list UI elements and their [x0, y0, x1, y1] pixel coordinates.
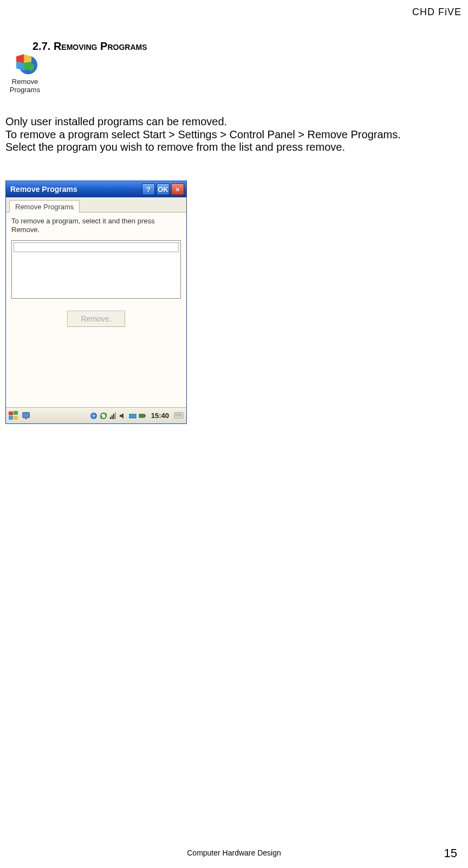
page-number: 15 [444, 846, 457, 860]
remove-programs-globe-icon [12, 51, 38, 77]
svg-rect-18 [176, 414, 177, 415]
svg-rect-24 [179, 415, 180, 416]
svg-rect-7 [23, 412, 30, 417]
svg-rect-10 [110, 417, 111, 419]
system-tray [89, 412, 147, 420]
close-button[interactable]: × [171, 183, 184, 195]
svg-rect-20 [179, 414, 180, 415]
paragraph-1: Only user installed programs can be remo… [5, 115, 457, 128]
sip-icon[interactable] [173, 410, 184, 421]
help-button[interactable]: ? [142, 183, 155, 195]
body-text: Only user installed programs can be remo… [5, 115, 457, 154]
tabstrip: Remove Programs [6, 197, 186, 213]
dialog-titlebar: Remove Programs ? OK × [6, 181, 186, 197]
sync-icon[interactable] [99, 412, 108, 420]
svg-rect-13 [115, 412, 116, 419]
remove-button[interactable]: Remove. [67, 311, 125, 327]
svg-rect-3 [9, 412, 13, 415]
svg-rect-25 [180, 415, 181, 416]
volume-icon[interactable] [119, 412, 127, 420]
battery-icon[interactable] [138, 412, 147, 420]
svg-rect-5 [9, 416, 13, 420]
signal-icon[interactable] [109, 412, 118, 420]
icon-caption-line1: Remove [5, 78, 44, 86]
svg-rect-12 [113, 414, 114, 419]
program-list[interactable] [11, 240, 181, 299]
svg-rect-6 [14, 416, 18, 420]
close-icon: × [176, 185, 180, 194]
svg-rect-11 [112, 415, 113, 419]
dialog-client-area: To remove a program, select it and then … [6, 213, 186, 407]
svg-rect-19 [177, 414, 178, 415]
section-heading: 2.7. Removing Programs [32, 40, 147, 53]
taskbar: 15:40 [6, 407, 186, 423]
svg-rect-22 [176, 415, 177, 416]
svg-rect-14 [129, 414, 136, 418]
desktop-icon[interactable] [21, 410, 32, 421]
icon-caption: Remove Programs [5, 78, 44, 94]
ok-button[interactable]: OK [157, 183, 170, 195]
network-icon[interactable] [89, 412, 98, 420]
dialog-title: Remove Programs [10, 185, 140, 194]
svg-rect-4 [14, 411, 18, 415]
tab-remove-programs[interactable]: Remove Programs [9, 200, 80, 213]
svg-rect-16 [145, 415, 146, 416]
svg-rect-15 [139, 414, 145, 417]
icon-caption-line2: Programs [5, 86, 44, 94]
section-number: 2.7. [32, 40, 50, 52]
paragraph-3: Select the program you wish to remove fr… [5, 141, 457, 154]
dialog-instruction: To remove a program, select it and then … [11, 217, 181, 235]
footer-center: Computer Hardware Design [0, 848, 468, 857]
start-icon[interactable] [8, 410, 19, 421]
page-header-brand: CHD FiVE [412, 7, 461, 18]
svg-rect-8 [25, 417, 27, 419]
svg-rect-21 [180, 414, 181, 415]
card-icon[interactable] [128, 412, 137, 420]
taskbar-clock[interactable]: 15:40 [149, 412, 171, 420]
remove-programs-icon-block: Remove Programs [5, 51, 44, 94]
svg-rect-23 [177, 415, 178, 416]
program-list-selection [14, 242, 179, 252]
section-title: Removing Programs [54, 40, 147, 52]
remove-programs-screenshot: Remove Programs ? OK × Remove Programs T… [5, 181, 187, 424]
paragraph-2: To remove a program select Start > Setti… [5, 128, 457, 142]
